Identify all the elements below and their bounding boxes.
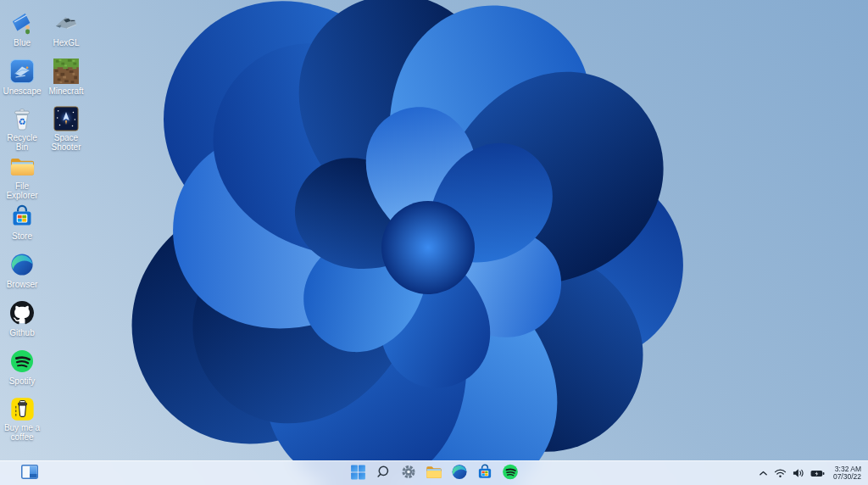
desktop-icon-label: Blue	[14, 38, 31, 47]
blue-logo-icon	[8, 9, 36, 36]
edge-browser-icon	[452, 464, 468, 482]
start-icon	[350, 465, 365, 482]
search-icon	[376, 465, 391, 482]
desktop-icon-label: HexGL	[53, 38, 79, 47]
desktop-icon-hexgl[interactable]: HexGL	[44, 7, 88, 55]
desktop-icon-label: Recycle Bin	[0, 133, 44, 152]
desktop-icon-recycle-bin[interactable]: ♻ Recycle Bin	[0, 103, 44, 152]
search-button[interactable]	[373, 463, 394, 484]
desktop-icon-minecraft[interactable]: Minecraft	[44, 55, 88, 103]
hexgl-ship-icon	[53, 9, 80, 36]
desktop-icon-github[interactable]: Github	[0, 297, 44, 345]
recycle-bin-icon: ♻	[8, 106, 36, 131]
spotify-icon	[8, 348, 36, 375]
wifi-icon[interactable]	[774, 468, 787, 478]
store-icon	[8, 203, 36, 230]
wallpaper-bloom	[0, 0, 868, 485]
desktop-icon-label: Minecraft	[48, 86, 83, 96]
start-button[interactable]	[348, 463, 369, 484]
desktop-icon-label: Spotify	[9, 376, 36, 386]
store-icon	[477, 464, 493, 482]
desktop-icon-browser[interactable]: Browser	[0, 248, 44, 297]
coffee-icon	[8, 396, 36, 421]
widgets-button[interactable]	[19, 463, 40, 484]
desktop-icon-store[interactable]: Store	[0, 200, 44, 248]
edge-browser-icon	[8, 251, 36, 278]
desktop-icon-unescape[interactable]: Unescape	[0, 55, 44, 103]
desktop[interactable]: Blue Unescape	[0, 0, 868, 485]
desktop-icon-spotify[interactable]: Spotify	[0, 345, 44, 393]
edge-browser-button[interactable]	[449, 463, 470, 484]
chevron-up-icon[interactable]	[759, 470, 768, 477]
desktop-icon-blue[interactable]: Blue	[0, 7, 44, 55]
widgets-window-icon	[21, 465, 38, 482]
battery-icon[interactable]	[810, 469, 825, 478]
settings-button[interactable]	[398, 463, 420, 484]
desktop-icon-buy-me-a-coffee[interactable]: Buy me a coffee	[0, 393, 44, 442]
file-explorer-icon	[426, 465, 443, 482]
spotify-button[interactable]	[500, 463, 521, 484]
taskbar: 3:32 AM 07/30/22	[0, 460, 868, 485]
settings-gear-icon	[401, 464, 417, 482]
desktop-icon-label: Buy me a coffee	[0, 423, 44, 442]
spotify-icon	[503, 464, 519, 482]
svg-text:♻: ♻	[18, 116, 25, 126]
minecraft-block-icon	[53, 58, 80, 85]
clock-date: 07/30/22	[833, 473, 861, 482]
desktop-icon-label: Space Shooter	[44, 133, 88, 152]
desktop-icon-space-shooter[interactable]: Space Shooter	[44, 103, 88, 152]
system-tray: 3:32 AM 07/30/22	[759, 461, 861, 485]
desktop-icon-label: Store	[12, 231, 32, 241]
desktop-icon-label: Github	[9, 328, 34, 337]
desktop-icon-label: Unescape	[3, 86, 41, 96]
taskbar-center	[348, 462, 521, 484]
desktop-icon-label: File Explorer	[0, 181, 44, 200]
tray-clock[interactable]: 3:32 AM 07/30/22	[833, 465, 861, 482]
desktop-icon-label: Browser	[7, 280, 38, 289]
file-explorer-icon	[8, 154, 36, 180]
desktop-icon-grid: Blue Unescape	[0, 7, 88, 442]
store-button[interactable]	[475, 463, 496, 484]
volume-icon[interactable]	[793, 468, 804, 478]
file-explorer-button[interactable]	[424, 463, 445, 484]
github-icon	[8, 299, 36, 326]
unescape-icon	[8, 58, 36, 85]
space-shooter-icon	[53, 106, 80, 131]
desktop-icon-file-explorer[interactable]: File Explorer	[0, 152, 44, 200]
